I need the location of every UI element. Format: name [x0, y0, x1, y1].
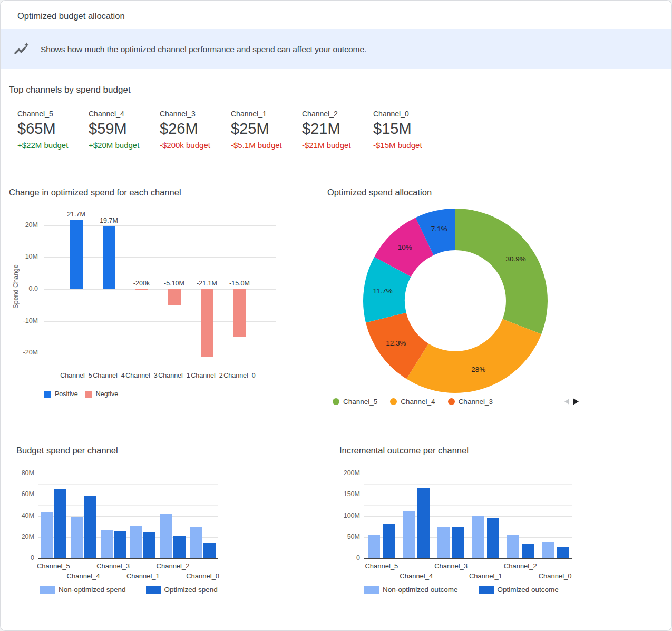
bar-non-optimized-Channel_4[interactable] [71, 517, 83, 558]
y-tick-label: 0.0 [12, 285, 38, 292]
channel-stat: Channel_3$26M-$200k budget [160, 110, 231, 150]
legend-label: Negtive [96, 390, 118, 398]
channel-budget-delta: -$5.1M budget [231, 141, 302, 150]
bar-optimized-Channel_4[interactable] [84, 496, 96, 558]
legend-swatch [146, 586, 161, 594]
bar-optimized-Channel_3[interactable] [452, 527, 464, 558]
y-tick-label: 20M [12, 221, 38, 229]
gridline [364, 516, 572, 517]
budget-spend-chart: Budget spend per channel 020M40M60M80M C… [9, 443, 323, 601]
legend-label: Channel_5 [343, 398, 377, 406]
bar-non-optimized-Channel_2[interactable] [507, 535, 519, 558]
chart-legend: PositiveNegtive [44, 390, 118, 398]
bar-optimized-Channel_5[interactable] [383, 524, 395, 558]
y-tick-label: 40M [8, 512, 34, 519]
bar-Channel_1[interactable] [168, 289, 181, 305]
spend-allocation-chart: Optimized spend allocation 30.9%28%12.3%… [327, 188, 622, 419]
gridline [364, 537, 572, 538]
legend-label: Channel_4 [401, 398, 435, 406]
gridline [38, 484, 218, 485]
legend-next-button[interactable] [571, 397, 580, 406]
bar-non-optimized-Channel_3[interactable] [437, 527, 450, 558]
slice-percent-label: 28% [471, 366, 485, 373]
x-axis-label: Channel_2 [504, 562, 537, 570]
bar-Channel_5[interactable] [70, 220, 83, 289]
donut-slice-Channel_5[interactable] [455, 209, 548, 334]
channel-spend-value: $15M [373, 120, 444, 137]
bar-non-optimized-Channel_5[interactable] [41, 512, 53, 558]
bar-optimized-Channel_2[interactable] [522, 544, 534, 558]
slice-percent-label: 11.7% [373, 287, 393, 295]
bar-optimized-Channel_4[interactable] [417, 488, 430, 558]
legend-item: Channel_3 [448, 398, 493, 406]
bar-optimized-Channel_0[interactable] [203, 543, 216, 558]
channel-budget-delta: +$20M budget [89, 141, 160, 150]
bar-optimized-Channel_1[interactable] [487, 518, 499, 558]
x-axis-label: Channel_5 [60, 372, 92, 379]
bar-Channel_3[interactable] [135, 289, 148, 290]
bar-non-optimized-Channel_0[interactable] [542, 542, 554, 558]
bar-non-optimized-Channel_4[interactable] [403, 511, 415, 558]
x-axis-label: Channel_5 [37, 562, 70, 570]
donut-slice-Channel_4[interactable] [406, 319, 541, 393]
channel-name: Channel_4 [89, 110, 160, 118]
top-channels-heading: Top channels by spend budget [9, 85, 131, 95]
plot-area: 020M40M60M80M [38, 474, 218, 559]
chart-title: Budget spend per channel [16, 446, 118, 456]
legend-label: Non-optimized spend [59, 586, 126, 594]
bar-value-label: -21.1M [197, 279, 217, 288]
bar-optimized-Channel_2[interactable] [173, 536, 186, 558]
bar-Channel_0[interactable] [233, 289, 246, 337]
slice-percent-label: 10% [398, 243, 412, 251]
y-tick-label: 80M [8, 469, 34, 477]
gridline [364, 495, 572, 495]
x-axis-label: Channel_0 [539, 572, 572, 580]
legend-label: Optimized outcome [498, 586, 559, 594]
bar-value-label: 21.7M [67, 210, 85, 219]
bar-non-optimized-Channel_5[interactable] [368, 535, 380, 558]
bar-non-optimized-Channel_1[interactable] [472, 516, 484, 558]
bar-Channel_4[interactable] [103, 226, 115, 289]
channel-budget-delta: -$200k budget [160, 141, 231, 150]
channel-name: Channel_5 [17, 110, 89, 118]
gridline [364, 484, 572, 485]
bar-optimized-Channel_3[interactable] [114, 531, 126, 558]
y-tick-label: 150M [334, 490, 360, 498]
x-axis-label: Channel_0 [186, 572, 219, 580]
channel-name: Channel_2 [302, 110, 373, 118]
bar-optimized-Channel_0[interactable] [557, 547, 569, 558]
budget-allocation-card: Optimized budget allocation Shows how mu… [0, 0, 672, 631]
channel-budget-delta: -$15M budget [373, 141, 444, 150]
x-axis-label: Channel_3 [125, 372, 157, 379]
bar-optimized-Channel_1[interactable] [143, 532, 155, 558]
channel-name: Channel_1 [231, 110, 302, 118]
channel-stat: Channel_2$21M-$21M budget [302, 110, 373, 150]
bar-non-optimized-Channel_2[interactable] [160, 514, 172, 558]
top-channels-row: Channel_5$65M+$22M budgetChannel_4$59M+$… [17, 110, 444, 150]
y-tick-label: 50M [334, 533, 360, 540]
legend-prev-button[interactable] [562, 397, 570, 406]
legend-label: Positive [55, 390, 78, 398]
slice-percent-label: 30.9% [506, 255, 526, 263]
bar-non-optimized-Channel_1[interactable] [130, 526, 142, 558]
bar-Channel_2[interactable] [201, 289, 213, 357]
page-title: Optimized budget allocation [17, 11, 125, 21]
bar-optimized-Channel_5[interactable] [54, 489, 66, 558]
y-tick-label: 100M [334, 512, 360, 519]
legend-item: Channel_5 [333, 398, 377, 406]
y-tick-label: 10M [12, 253, 38, 260]
chart-title: Change in optimized spend for each chann… [9, 188, 181, 198]
bar-non-optimized-Channel_0[interactable] [190, 527, 202, 558]
spend-change-chart: Change in optimized spend for each chann… [9, 188, 304, 419]
x-axis-label: Channel_3 [96, 562, 130, 570]
y-tick-label: 60M [8, 490, 34, 498]
bar-value-label: 19.7M [100, 216, 118, 225]
gridline [44, 353, 276, 353]
bar-non-optimized-Channel_3[interactable] [101, 530, 113, 558]
plot-area: 050M100M150M200M [364, 474, 572, 559]
gridline [364, 474, 572, 474]
channel-spend-value: $59M [89, 120, 160, 137]
slice-percent-label: 7.1% [431, 225, 447, 233]
legend-item: Non-optimized outcome [364, 586, 458, 594]
y-tick-label: -10M [12, 317, 38, 324]
